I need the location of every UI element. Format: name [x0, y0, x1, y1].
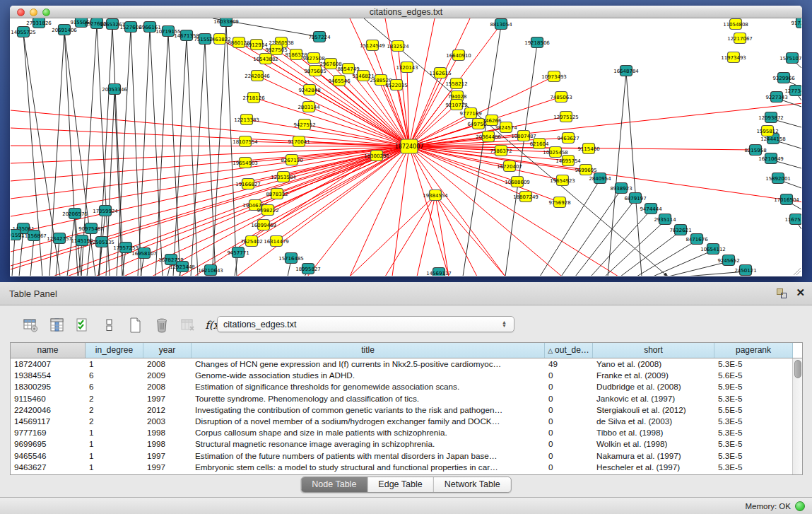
table-row[interactable]: 1830029562008Estimation of significance … — [11, 381, 802, 392]
network-node[interactable]: 9172048 — [791, 18, 801, 28]
tab-node-table[interactable]: Node Table — [301, 477, 367, 492]
network-node[interactable]: 9777169 — [459, 108, 481, 119]
column-header-year[interactable]: year — [143, 343, 192, 358]
network-node[interactable]: 16033809 — [213, 18, 239, 27]
table-row[interactable]: 977716911998Corpus callosum shape and si… — [11, 427, 802, 438]
table-row[interactable]: 2242004622012Investigating the contribut… — [11, 404, 802, 416]
cell-name[interactable]: 9463627 — [11, 462, 86, 473]
network-node[interactable]: 7857224 — [308, 32, 331, 42]
cell-pagerank[interactable]: 5.3E-5 — [714, 416, 793, 427]
cell-year[interactable]: 1998 — [143, 427, 192, 438]
table-row[interactable]: 1456911722003Disruption of a novel membe… — [11, 416, 802, 427]
column-header-name[interactable]: name — [11, 343, 86, 358]
network-node[interactable]: 11973493 — [721, 52, 746, 63]
cell-short[interactable]: Tibbo et al. (1998) — [593, 427, 714, 438]
network-node[interactable]: 9756928 — [548, 197, 570, 208]
network-node[interactable]: 9242848 — [298, 85, 320, 95]
cell-pagerank[interactable]: 5.9E-5 — [714, 381, 793, 392]
cell-pagerank[interactable]: 5.3E-5 — [714, 462, 793, 473]
network-node[interactable]: 1832524 — [387, 41, 409, 52]
tab-network-table[interactable]: Network Table — [434, 477, 511, 492]
network-node[interactable]: 16210643 — [198, 265, 223, 276]
show-columns-button[interactable] — [47, 315, 67, 335]
network-node[interactable]: 16648784 — [613, 66, 639, 76]
table-row[interactable]: 1872400712008Changes of HCN gene express… — [11, 358, 802, 370]
network-node[interactable]: 11054808 — [723, 19, 748, 30]
network-node[interactable]: 15892001 — [765, 173, 791, 184]
network-node[interactable]: 7632621 — [669, 225, 691, 235]
cell-year[interactable]: 1997 — [143, 462, 192, 473]
network-node[interactable]: 9457771 — [227, 247, 249, 258]
network-node[interactable]: 7625402 — [240, 236, 262, 247]
network-node[interactable]: 8813054 — [490, 19, 512, 30]
cell-title[interactable]: Corpus callosum shape and size in male p… — [192, 427, 545, 438]
cell-out_degree[interactable]: 0 — [545, 370, 593, 381]
cell-name[interactable]: 22420046 — [11, 404, 86, 416]
cell-short[interactable]: de Silva et al. (2003) — [593, 416, 714, 427]
cell-year[interactable]: 1997 — [143, 393, 192, 404]
window-titlebar[interactable]: citations_edges.txt — [10, 6, 802, 18]
tab-edge-table[interactable]: Edge Table — [367, 477, 433, 492]
cell-year[interactable]: 2012 — [143, 404, 192, 416]
table-chooser-dropdown[interactable]: citations_edges.txt ▲▼ — [217, 316, 514, 332]
cell-in_degree[interactable]: 1 — [86, 427, 143, 438]
cell-in_degree[interactable]: 2 — [86, 416, 143, 427]
memory-ok-indicator[interactable] — [795, 501, 805, 511]
cell-short[interactable]: Hescheler et al. (1997) — [593, 462, 714, 473]
cell-short[interactable]: Wolkin et al. (1998) — [593, 438, 714, 450]
network-node[interactable]: 9875685 — [304, 66, 326, 76]
table-row[interactable]: 1938455462009Genome-wide association stu… — [11, 370, 802, 381]
cell-in_degree[interactable]: 2 — [86, 393, 143, 404]
cell-short[interactable]: Nakamura et al. (1997) — [593, 450, 714, 462]
network-node[interactable]: 16314479 — [264, 236, 289, 247]
scrollbar-thumb[interactable] — [794, 360, 801, 378]
network-node[interactable]: 18995827 — [295, 264, 321, 274]
cell-title[interactable]: Genome-wide association studies in ADHD. — [192, 370, 545, 381]
cell-year[interactable]: 1998 — [143, 438, 192, 450]
cell-short[interactable]: Yano et al. (2008) — [593, 358, 714, 370]
network-node[interactable]: 9210722 — [445, 100, 467, 110]
network-node[interactable]: 9329966 — [772, 73, 795, 83]
cell-short[interactable]: Franke et al. (2009) — [593, 370, 714, 381]
cell-pagerank[interactable]: 5.3E-5 — [714, 450, 793, 462]
network-node[interactable]: 14055725 — [11, 27, 36, 37]
network-node[interactable]: 10688609 — [505, 177, 530, 187]
cell-in_degree[interactable]: 1 — [86, 450, 143, 462]
table-row[interactable]: 969969511998Structural magnetic resonanc… — [11, 438, 802, 450]
cell-out_degree[interactable]: 0 — [545, 427, 593, 438]
cell-in_degree[interactable]: 1 — [86, 438, 143, 450]
network-node[interactable]: 20691406 — [52, 25, 77, 35]
network-node[interactable]: 17359924 — [93, 206, 118, 216]
cell-title[interactable]: Disruption of a novel member of a sodium… — [192, 416, 545, 427]
network-node[interactable]: 9170041 — [288, 136, 310, 147]
cell-short[interactable]: Dudbridge et al. (2008) — [593, 381, 714, 392]
column-header-in_degree[interactable]: in_degree — [86, 343, 143, 358]
network-node[interactable]: 9115460 — [577, 144, 599, 154]
network-node[interactable]: 12217067 — [727, 33, 753, 44]
cell-pagerank[interactable]: 5.6E-5 — [714, 370, 793, 381]
cell-title[interactable]: Tourette syndrome. Phenomenology and cla… — [192, 393, 545, 404]
network-node[interactable]: 2450121 — [734, 265, 756, 276]
network-node[interactable]: 9463627 — [557, 133, 579, 144]
vertical-scrollbar[interactable] — [792, 358, 802, 474]
network-node[interactable]: 9699695 — [575, 165, 596, 175]
network-node[interactable]: 15751074 — [779, 53, 801, 64]
cell-year[interactable]: 2003 — [143, 416, 192, 427]
network-node[interactable]: 2935114 — [654, 214, 676, 225]
cell-in_degree[interactable]: 6 — [86, 370, 143, 381]
column-header-out_degree[interactable]: △out_de… — [545, 343, 593, 358]
cell-short[interactable]: Jankovic et al. (1997) — [593, 393, 714, 404]
network-node[interactable]: 27931826 — [26, 18, 52, 28]
create-column-button[interactable] — [126, 315, 146, 335]
network-canvas[interactable]: 1405572527931826206914069155068152760211… — [11, 18, 801, 276]
delete-column-button[interactable] — [152, 315, 172, 335]
cell-out_degree[interactable]: 0 — [545, 404, 593, 416]
cell-out_degree[interactable]: 0 — [545, 381, 593, 392]
cell-title[interactable]: Changes of HCN gene expression and I(f) … — [192, 358, 545, 370]
network-node[interactable]: 3824574 — [495, 122, 517, 133]
cell-in_degree[interactable]: 1 — [86, 358, 143, 370]
cell-title[interactable]: Investigating the contribution of common… — [192, 404, 545, 416]
column-header-title[interactable]: title — [192, 343, 545, 358]
cell-pagerank[interactable]: 5.3E-5 — [714, 358, 793, 370]
network-node[interactable]: 8938923 — [610, 183, 632, 194]
